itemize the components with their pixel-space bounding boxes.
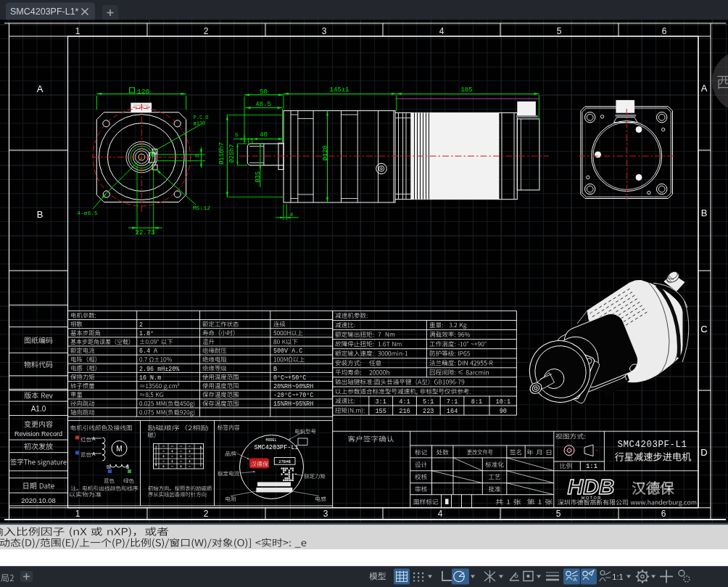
svg-text:4: 4 bbox=[438, 509, 443, 519]
svg-text:A: A bbox=[92, 436, 96, 442]
svg-text:48.5: 48.5 bbox=[255, 101, 271, 108]
svg-text:3:1: 3:1 bbox=[375, 398, 386, 406]
svg-text:SMC4203PF-L1*: SMC4203PF-L1* bbox=[10, 7, 79, 17]
svg-text:5:1: 5:1 bbox=[423, 398, 434, 406]
svg-text:SMC4203PF-L1: SMC4203PF-L1 bbox=[617, 440, 687, 450]
svg-text:A: A bbox=[37, 83, 44, 94]
svg-text:164: 164 bbox=[447, 408, 458, 415]
svg-text:40: 40 bbox=[260, 131, 268, 139]
svg-text:Ø120: Ø120 bbox=[323, 145, 330, 161]
svg-text:B: B bbox=[126, 464, 129, 470]
svg-text:2: 2 bbox=[204, 509, 209, 519]
svg-text:16 N.m: 16 N.m bbox=[139, 374, 161, 382]
svg-text:10:1: 10:1 bbox=[495, 398, 510, 406]
svg-text:8: 8 bbox=[194, 154, 200, 157]
svg-text:223: 223 bbox=[423, 408, 434, 415]
svg-text:B: B bbox=[107, 464, 109, 470]
svg-text:6: 6 bbox=[662, 26, 667, 36]
svg-text:Ø25h7: Ø25h7 bbox=[228, 144, 236, 163]
svg-text:5: 5 bbox=[235, 131, 239, 138]
svg-text:A: A bbox=[573, 576, 577, 583]
svg-text:A1.0: A1.0 bbox=[31, 405, 46, 413]
svg-text:4: 4 bbox=[290, 211, 294, 218]
svg-text:2.96 mH±20%: 2.96 mH±20% bbox=[139, 366, 180, 373]
svg-text:5: 5 bbox=[556, 509, 561, 519]
svg-text:P.C.D: P.C.D bbox=[194, 115, 209, 120]
svg-text:4: 4 bbox=[439, 26, 444, 36]
svg-text:2020.10.08: 2020.10.08 bbox=[21, 496, 56, 504]
svg-text:145±1: 145±1 bbox=[329, 86, 349, 94]
svg-text:90: 90 bbox=[500, 408, 507, 415]
svg-text:6: 6 bbox=[661, 509, 666, 519]
svg-text:1: 1 bbox=[75, 26, 80, 36]
svg-text:1:1: 1:1 bbox=[612, 572, 623, 581]
svg-text:M O T O R: M O T O R bbox=[582, 496, 600, 500]
svg-text:4-ø8.5: 4-ø8.5 bbox=[77, 210, 98, 216]
svg-text:M: M bbox=[116, 445, 122, 453]
svg-text:185: 185 bbox=[460, 86, 472, 94]
svg-text:2: 2 bbox=[139, 321, 143, 329]
svg-text:50: 50 bbox=[260, 89, 268, 96]
svg-text:MODEL: MODEL bbox=[265, 438, 276, 443]
svg-text:1: 1 bbox=[75, 509, 80, 519]
svg-text:15%RH~95%RH: 15%RH~95%RH bbox=[273, 401, 313, 408]
svg-text:120: 120 bbox=[137, 88, 149, 96]
svg-text:27B#B: 27B#B bbox=[278, 459, 291, 464]
svg-text:B: B bbox=[37, 209, 44, 220]
svg-text:B: B bbox=[273, 366, 277, 373]
svg-text:216: 216 bbox=[399, 408, 410, 415]
svg-text:Revision Record: Revision Record bbox=[15, 430, 62, 438]
svg-text:Ø110h7: Ø110h7 bbox=[218, 142, 226, 165]
svg-text:6.4 A: 6.4 A bbox=[139, 348, 158, 355]
svg-text:22.73: 22.73 bbox=[135, 229, 154, 237]
svg-text:7:1: 7:1 bbox=[447, 398, 458, 406]
svg-text:20%RH~90%RH: 20%RH~90%RH bbox=[273, 383, 313, 390]
svg-text:-20°C~+70°C: -20°C~+70°C bbox=[273, 392, 313, 399]
svg-text:155: 155 bbox=[375, 408, 386, 415]
svg-text:5: 5 bbox=[557, 26, 562, 36]
svg-text:0°C~+50°C: 0°C~+50°C bbox=[273, 374, 306, 382]
svg-text:3: 3 bbox=[322, 26, 327, 36]
svg-text:4:1: 4:1 bbox=[399, 398, 410, 406]
svg-text:A: A bbox=[701, 83, 708, 94]
svg-text:1.8°: 1.8° bbox=[139, 330, 154, 337]
svg-text:2: 2 bbox=[204, 26, 209, 36]
svg-text:M5↓12: M5↓12 bbox=[193, 205, 210, 211]
svg-text:8:1: 8:1 bbox=[471, 398, 482, 406]
svg-text:D: D bbox=[700, 447, 707, 458]
svg-text:500V A.C: 500V A.C bbox=[273, 348, 302, 355]
svg-text:3: 3 bbox=[323, 509, 328, 519]
svg-text:SMC4203PF-L1: SMC4203PF-L1 bbox=[254, 444, 298, 451]
svg-text:B: B bbox=[701, 208, 708, 218]
svg-text:C: C bbox=[700, 324, 707, 334]
svg-text:A: A bbox=[92, 451, 96, 457]
svg-text:1:1: 1:1 bbox=[586, 463, 597, 470]
